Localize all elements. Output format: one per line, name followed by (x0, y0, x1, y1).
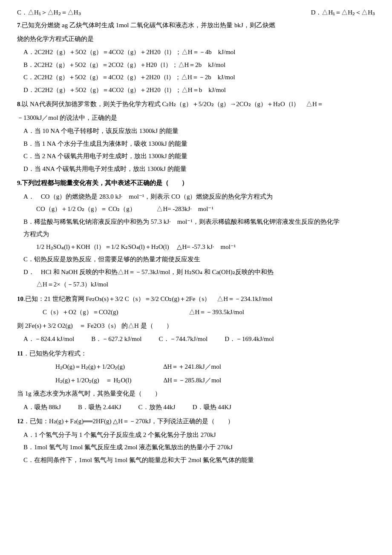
q7-num: 7 (17, 22, 20, 29)
q10-option-c: C．－744.7kJ/mol (159, 334, 208, 345)
q10-option-b: B．－627.2 kJ/mol (91, 334, 141, 345)
q11-text2: 当 1g 液态水变为水蒸气时，其热量变化是（ ） (17, 388, 375, 399)
question-9: 9.下列过程都与能量变化有关，其中表述不正确的是（ ） A． CO（g）的燃烧热… (17, 178, 375, 290)
q9-option-a-title: A． CO（g）的燃烧热是 283.0 kJ· mol⁻¹，则表示 CO（g）燃… (17, 191, 375, 202)
q11-option-a: A．吸热 88kJ (23, 402, 61, 413)
q10-text2: C（s）＋O2（g）＝CO2(g) △H＝－393.5kJ/mol (17, 307, 375, 318)
q12-option-a: A．1 个氢气分子与 1 个氟气分子反应生成 2 个氟化氢分子放出 270kJ (17, 430, 375, 441)
q7-option-a: A．2C2H2（g）＋5O2（g）＝4CO2（g）＋2H20（l）；△H＝－4b… (17, 47, 375, 58)
q9-num: 9 (17, 179, 20, 186)
question-8: 8.以 NA代表阿伏加德罗常数，则关于热化学方程式 C₂H₂（g）＋5/2O₂（… (17, 99, 375, 174)
q8-num: 8 (17, 101, 20, 107)
q9-option-b-title2: 方程式为 (17, 229, 375, 240)
q9-option-d2: △H＝2×（－57.3）kJ/mol (17, 279, 375, 290)
q10-options-row: A．－824.4 kJ/mol B．－627.2 kJ/mol C．－744.7… (17, 334, 375, 345)
q11-options-row: A．吸热 88kJ B．吸热 2.44KJ C．放热 44kJ D．吸热 44K… (17, 402, 375, 413)
top-options-row: C．△H₁＞△H₂＝△H₃ D．△H₁＝△H₂＜△H₃ (17, 9, 375, 17)
q7-text2: 烧的热化学方程式正确的是 (17, 34, 375, 45)
q9-option-a-formula: CO（g）＋1/2 O₂（g）＝ CO₂（g） △H= -283kJ· mol⁻… (17, 204, 375, 215)
q8-option-b: B．当 1 NA 个水分子生成且为液体时，吸收 1300kJ 的能量 (17, 139, 375, 150)
q7-option-c: C．2C2H2（g）＋5O2（g）＝4CO2（g）＋2H20（l）；△H＝－2b… (17, 72, 375, 83)
q8-option-d: D．当 4NA 个碳氧共用电子对生成时，放出 1300kJ 的能量 (17, 164, 375, 175)
q7-option-d: D．2C2H2（g）＋5O2（g）＝4CO2（g）＋2H20（l）；△H＝b k… (17, 85, 375, 96)
q7-text: 7.已知充分燃烧 ag 乙炔气体时生成 1mol 二氧化碳气体和液态水，并放出热… (17, 20, 375, 31)
q10-text: 10.已知：21 世纪教育网 Fe₂O₃(s)＋3/2 C（s）＝3/2 CO₂… (17, 294, 375, 305)
q7-option-b: B．2C2H2（g）＋5O2（g）＝2CO2（g）＋H20（l）；△H＝2b k… (17, 60, 375, 71)
q8-option-c: C．当 2 NA 个碳氧共用电子对生成时，放出 1300kJ 的能量 (17, 151, 375, 162)
q9-option-b-formula: 1/2 H₂SO₄(l)＋KOH（l）＝1/2 K₂SO₄(l)＋H₂O(l) … (17, 242, 375, 253)
top-option-d: D．△H₁＝△H₂＜△H₃ (311, 9, 375, 17)
q8-text: 8.以 NA代表阿伏加德罗常数，则关于热化学方程式 C₂H₂（g）＋5/2O₂（… (17, 99, 375, 110)
q10-option-a: A．－824.4 kJ/mol (23, 334, 74, 345)
q12-text: 12．已知：H₂(g)＋F₂(g)══2HF(g) △H＝－270kJ，下列说法… (17, 416, 375, 427)
q9-option-d: D． HCl 和 NaOH 反映的中和热△H＝－57.3kJ/mol，则 H₂S… (17, 267, 375, 278)
q9-text: 9.下列过程都与能量变化有关，其中表述不正确的是（ ） (17, 178, 375, 189)
q8-text2: －1300kJ／mol 的说法中，正确的是 (17, 113, 375, 124)
q11-formula1: H₂O(g)＝H₂(g)＋1/2O₂(g) ΔH＝＋241.8kJ／mol (17, 361, 375, 373)
question-12: 12．已知：H₂(g)＋F₂(g)══2HF(g) △H＝－270kJ，下列说法… (17, 416, 375, 465)
q11-option-c: C．放热 44kJ (138, 402, 176, 413)
q11-option-b: B．吸热 2.44KJ (78, 402, 121, 413)
q12-option-b: B．1mol 氢气与 1mol 氟气反应生成 2mol 液态氟化氢放出的热量小于… (17, 442, 375, 453)
top-option-c: C．△H₁＞△H₂＝△H₃ (17, 9, 81, 17)
q12-option-c: C．在相同条件下，1mol 氢气与 1mol 氟气的能量总和大于 2mol 氟化… (17, 455, 375, 466)
q11-formula2: H₂(g)＋1/2O₂(g) ＝ H₂O(l) ΔH＝－285.8kJ／mol (17, 375, 375, 386)
q10-text3: 则 2Fe(s)＋3/2 O2(g) ＝ Fe2O3（s） 的△H 是（ ） (17, 321, 375, 332)
q11-text: 11．已知热化学方程式： (17, 348, 375, 359)
q9-option-c: C．铝热反应是放热反应，但需要足够的的热量才能使反应发生 (17, 254, 375, 265)
q12-num: 12 (17, 418, 23, 425)
q9-option-b-title: B．稀盐酸与稀氢氧化钠溶液反应的中和热为 57.3 kJ· mol⁻¹，则表示稀… (17, 217, 375, 228)
question-10: 10.已知：21 世纪教育网 Fe₂O₃(s)＋3/2 C（s）＝3/2 CO₂… (17, 294, 375, 345)
question-11: 11．已知热化学方程式： H₂O(g)＝H₂(g)＋1/2O₂(g) ΔH＝＋2… (17, 348, 375, 413)
q11-option-d: D．吸热 44KJ (193, 402, 231, 413)
q11-num: 11 (17, 350, 23, 357)
question-7: 7.已知充分燃烧 ag 乙炔气体时生成 1mol 二氧化碳气体和液态水，并放出热… (17, 20, 375, 95)
q10-option-d: D．－169.4kJ/mol (225, 334, 274, 345)
q8-option-a: A．当 10 NA 个电子转移时，该反应放出 1300kJ 的能量 (17, 126, 375, 137)
q10-num: 10 (17, 295, 23, 302)
